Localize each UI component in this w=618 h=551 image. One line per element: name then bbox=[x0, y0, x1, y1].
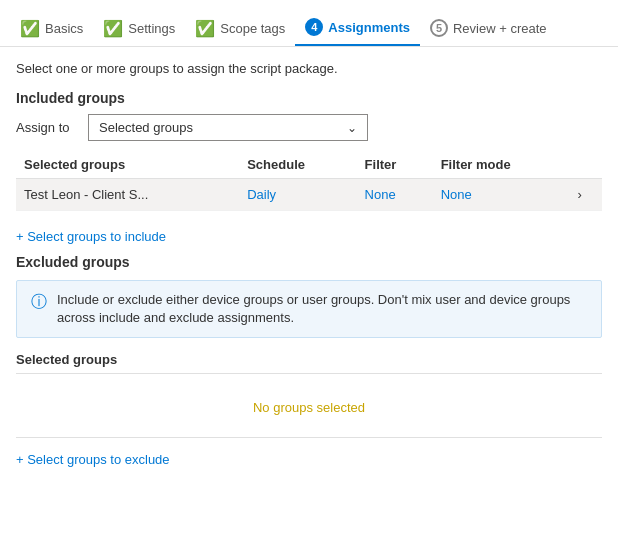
assign-to-value: Selected groups bbox=[99, 120, 193, 135]
assign-to-row: Assign to Selected groups ⌄ bbox=[16, 114, 602, 141]
col-selected-groups: Selected groups bbox=[16, 151, 239, 179]
included-groups-title: Included groups bbox=[16, 90, 602, 106]
assign-to-dropdown[interactable]: Selected groups ⌄ bbox=[88, 114, 368, 141]
scope-tags-check-icon: ✅ bbox=[195, 19, 215, 38]
no-groups-text: No groups selected bbox=[16, 382, 602, 433]
excluded-groups-section: Excluded groups ⓘ Include or exclude eit… bbox=[16, 254, 602, 477]
col-schedule: Schedule bbox=[239, 151, 356, 179]
included-groups-section: Included groups Assign to Selected group… bbox=[16, 90, 602, 254]
info-icon: ⓘ bbox=[31, 292, 47, 313]
assignments-label: Assignments bbox=[328, 20, 410, 35]
col-filter: Filter bbox=[357, 151, 433, 179]
sub-selected-groups-title: Selected groups bbox=[16, 352, 602, 374]
row-nav-icon: › bbox=[578, 187, 582, 202]
schedule-link[interactable]: Daily bbox=[247, 187, 276, 202]
table-row[interactable]: Test Leon - Client S... Daily None None … bbox=[16, 179, 602, 211]
chevron-down-icon: ⌄ bbox=[347, 121, 357, 135]
basics-label: Basics bbox=[45, 21, 83, 36]
basics-check-icon: ✅ bbox=[20, 19, 40, 38]
select-groups-exclude-link[interactable]: + Select groups to exclude bbox=[16, 452, 170, 467]
excluded-selected-groups-sub: Selected groups No groups selected bbox=[16, 352, 602, 433]
scope-tags-label: Scope tags bbox=[220, 21, 285, 36]
wizard-step-scope-tags[interactable]: ✅ Scope tags bbox=[185, 11, 295, 46]
included-groups-table: Selected groups Schedule Filter Filter m… bbox=[16, 151, 602, 211]
table-header-row: Selected groups Schedule Filter Filter m… bbox=[16, 151, 602, 179]
review-step-num: 5 bbox=[430, 19, 448, 37]
wizard-step-review-create[interactable]: 5 Review + create bbox=[420, 11, 557, 45]
wizard-nav: ✅ Basics ✅ Settings ✅ Scope tags 4 Assig… bbox=[0, 0, 618, 47]
settings-label: Settings bbox=[128, 21, 175, 36]
group-name-cell: Test Leon - Client S... bbox=[16, 179, 239, 211]
page-subtitle: Select one or more groups to assign the … bbox=[16, 61, 602, 76]
assign-to-label: Assign to bbox=[16, 120, 76, 135]
divider bbox=[16, 437, 602, 438]
excluded-groups-title: Excluded groups bbox=[16, 254, 602, 270]
col-actions bbox=[570, 151, 602, 179]
info-box: ⓘ Include or exclude either device group… bbox=[16, 280, 602, 338]
wizard-step-assignments[interactable]: 4 Assignments bbox=[295, 10, 420, 46]
info-message: Include or exclude either device groups … bbox=[57, 291, 587, 327]
settings-check-icon: ✅ bbox=[103, 19, 123, 38]
col-filter-mode: Filter mode bbox=[433, 151, 570, 179]
review-create-label: Review + create bbox=[453, 21, 547, 36]
filter-link[interactable]: None bbox=[365, 187, 396, 202]
filter-mode-link[interactable]: None bbox=[441, 187, 472, 202]
wizard-step-basics[interactable]: ✅ Basics bbox=[10, 11, 93, 46]
wizard-step-settings[interactable]: ✅ Settings bbox=[93, 11, 185, 46]
assignments-step-num: 4 bbox=[305, 18, 323, 36]
main-content: Select one or more groups to assign the … bbox=[0, 47, 618, 491]
select-groups-include-link[interactable]: + Select groups to include bbox=[16, 229, 166, 244]
